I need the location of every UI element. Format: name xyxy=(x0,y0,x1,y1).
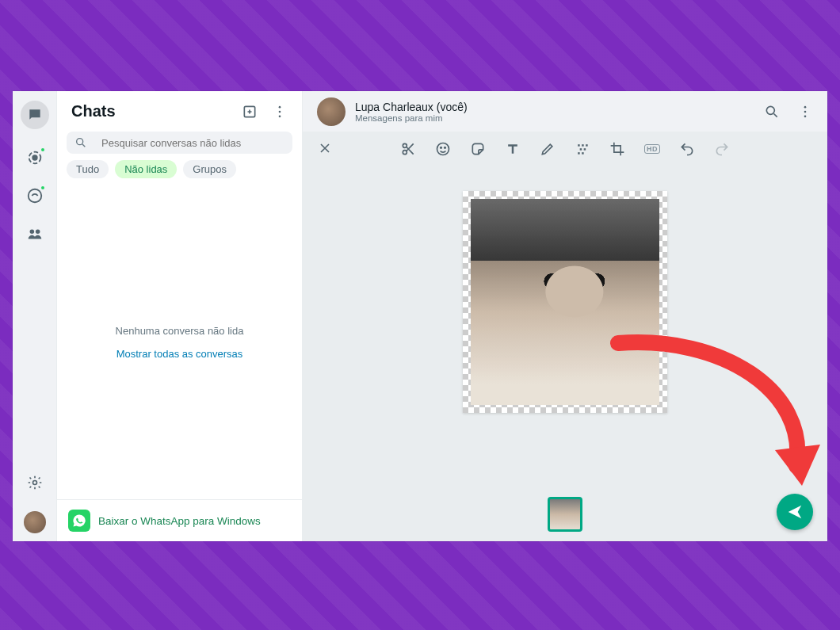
nav-chats-icon[interactable] xyxy=(21,101,49,129)
status-dot-icon xyxy=(40,147,46,153)
svg-rect-21 xyxy=(582,144,584,147)
chats-sidebar: Chats Tudo Não lidas Grupos Nenhuma conv… xyxy=(57,91,303,541)
svg-point-18 xyxy=(441,147,442,149)
whatsapp-web-window: Chats Tudo Não lidas Grupos Nenhuma conv… xyxy=(13,91,827,541)
search-input[interactable] xyxy=(101,137,284,149)
nav-communities-icon[interactable] xyxy=(25,224,44,243)
svg-point-15 xyxy=(403,143,407,147)
pen-icon[interactable] xyxy=(539,140,556,158)
svg-point-16 xyxy=(403,151,407,155)
chat-header: Lupa Charleaux (você) Mensagens para mim xyxy=(303,91,827,132)
svg-rect-24 xyxy=(584,148,586,151)
nav-rail xyxy=(13,91,57,541)
svg-point-13 xyxy=(804,110,807,113)
svg-point-2 xyxy=(28,189,41,203)
svg-point-17 xyxy=(437,143,449,155)
editor-canvas xyxy=(303,164,827,541)
svg-rect-22 xyxy=(586,144,588,147)
svg-point-12 xyxy=(804,105,807,108)
profile-avatar[interactable] xyxy=(24,511,46,533)
svg-point-4 xyxy=(35,230,39,235)
scissors-icon[interactable] xyxy=(399,140,417,158)
search-icon xyxy=(74,136,87,149)
svg-rect-23 xyxy=(580,148,582,151)
text-tool-icon[interactable] xyxy=(504,140,521,158)
svg-point-8 xyxy=(279,110,281,113)
chat-contact-name: Lupa Charleaux (você) xyxy=(355,101,468,113)
channels-dot-icon xyxy=(40,185,46,191)
image-preview-frame[interactable] xyxy=(463,191,667,413)
whatsapp-logo-icon xyxy=(68,510,90,532)
show-all-link[interactable]: Mostrar todas as conversas xyxy=(116,348,243,360)
svg-point-14 xyxy=(804,115,807,117)
main-panel: Lupa Charleaux (você) Mensagens para mim xyxy=(303,91,827,541)
svg-rect-26 xyxy=(582,152,584,155)
undo-icon[interactable] xyxy=(678,140,696,158)
redo-icon[interactable] xyxy=(713,140,731,158)
crop-icon[interactable] xyxy=(609,140,626,158)
media-editor: HD xyxy=(303,132,827,541)
nav-channels-icon[interactable] xyxy=(25,186,44,205)
svg-point-7 xyxy=(279,105,281,108)
send-button[interactable] xyxy=(777,494,813,530)
svg-point-19 xyxy=(445,147,446,149)
download-desktop-bar[interactable]: Baixar o WhatsApp para Windows xyxy=(57,499,302,541)
chat-title-block[interactable]: Lupa Charleaux (você) Mensagens para mim xyxy=(355,101,468,123)
nav-settings-icon[interactable] xyxy=(25,473,44,492)
svg-rect-25 xyxy=(578,152,580,155)
download-text: Baixar o WhatsApp para Windows xyxy=(98,515,261,527)
svg-point-11 xyxy=(766,106,774,114)
filter-groups[interactable]: Grupos xyxy=(183,160,236,178)
chat-contact-sub: Mensagens para mim xyxy=(355,113,468,123)
chat-menu-icon[interactable] xyxy=(797,104,813,120)
close-icon[interactable] xyxy=(317,140,333,156)
new-chat-icon[interactable] xyxy=(242,104,258,120)
image-preview xyxy=(471,199,659,405)
svg-point-10 xyxy=(77,139,83,145)
svg-point-3 xyxy=(29,230,34,235)
empty-text: Nenhuma conversa não lida xyxy=(116,325,244,337)
emoji-icon[interactable] xyxy=(434,140,452,158)
empty-state: Nenhuma conversa não lida Mostrar todas … xyxy=(57,185,302,499)
svg-rect-20 xyxy=(578,144,580,147)
sidebar-menu-icon[interactable] xyxy=(272,104,288,120)
chat-search-icon[interactable] xyxy=(764,104,780,120)
svg-point-1 xyxy=(32,155,37,160)
sidebar-header: Chats xyxy=(57,91,302,128)
hd-icon[interactable]: HD xyxy=(643,140,661,158)
filter-chips: Tudo Não lidas Grupos xyxy=(57,160,302,185)
editor-toolbar: HD xyxy=(399,140,731,158)
svg-point-5 xyxy=(32,481,36,485)
filter-unread[interactable]: Não lidas xyxy=(115,160,177,178)
sidebar-title: Chats xyxy=(71,102,116,120)
sticker-icon[interactable] xyxy=(469,140,487,158)
filter-all[interactable]: Tudo xyxy=(67,160,109,178)
blur-icon[interactable] xyxy=(574,140,591,158)
thumbnail-strip xyxy=(548,497,582,532)
nav-status-icon[interactable] xyxy=(25,148,44,167)
chat-avatar[interactable] xyxy=(317,97,346,126)
thumbnail-selected[interactable] xyxy=(548,497,582,532)
svg-point-9 xyxy=(279,115,281,117)
search-box[interactable] xyxy=(67,132,292,154)
